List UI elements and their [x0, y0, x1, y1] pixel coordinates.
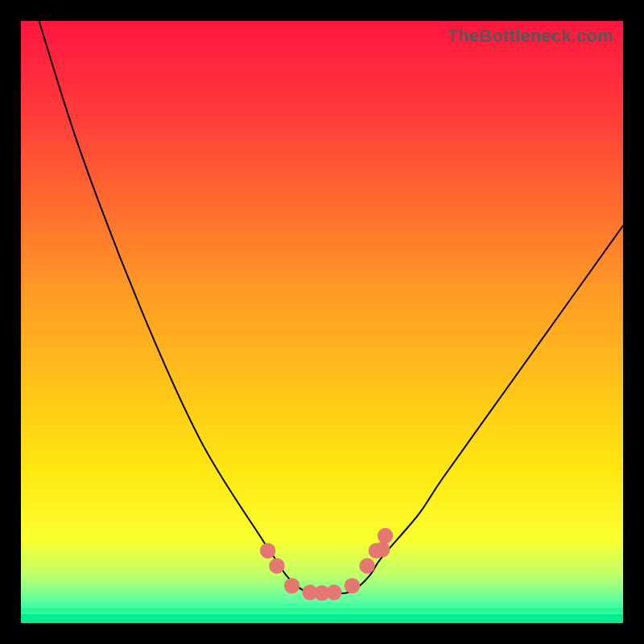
- marker-dot: [326, 584, 341, 600]
- chart-frame: TheBottleneck.com: [21, 21, 623, 623]
- marker-dot: [345, 578, 360, 593]
- marker-dot: [378, 528, 393, 543]
- watermark-text: TheBottleneck.com: [448, 26, 613, 47]
- marker-dot: [359, 558, 374, 573]
- marker-dot: [374, 542, 390, 557]
- marker-dot: [269, 558, 284, 573]
- curve-markers: [260, 528, 393, 601]
- bottleneck-curve: [39, 21, 623, 593]
- marker-dot: [284, 578, 299, 593]
- marker-dot: [260, 543, 275, 559]
- curve-overlay: [21, 21, 623, 623]
